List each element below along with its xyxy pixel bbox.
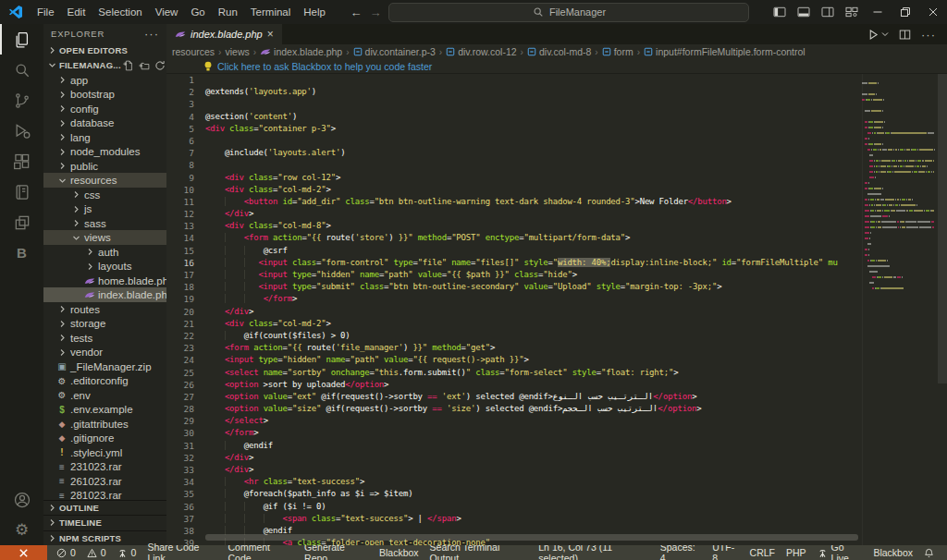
section-timeline[interactable]: TIMELINE bbox=[43, 515, 166, 530]
code-line[interactable]: 34 <hr class="text-success"> bbox=[166, 476, 862, 488]
tree-item-views[interactable]: views bbox=[43, 230, 166, 245]
code-line[interactable]: 5<div class="container p-3"> bbox=[166, 123, 862, 135]
tree-item-styleci-yml[interactable]: !.styleci.yml bbox=[43, 445, 166, 460]
status-encoding[interactable]: UTF-8 bbox=[707, 545, 744, 560]
line-number[interactable]: 5 bbox=[166, 123, 205, 135]
status-language-mode[interactable]: PHP bbox=[781, 545, 812, 560]
minimap[interactable] bbox=[862, 74, 938, 545]
status-blackbox-status[interactable]: Blackbox bbox=[867, 545, 918, 560]
status-notifications[interactable] bbox=[918, 545, 940, 560]
line-number[interactable]: 4 bbox=[166, 111, 205, 123]
line-number[interactable]: 16 bbox=[166, 257, 205, 269]
code-line[interactable]: 9 <div class="row col-12"> bbox=[166, 172, 862, 184]
tree-item-resources[interactable]: resources bbox=[43, 173, 166, 188]
line-number[interactable]: 31 bbox=[166, 440, 205, 452]
tree-item-public[interactable]: public bbox=[43, 159, 166, 174]
tree-item-database[interactable]: database bbox=[43, 116, 166, 130]
tree-item-gitignore[interactable]: ◆.gitignore bbox=[43, 431, 166, 445]
tree-item-auth[interactable]: auth bbox=[43, 245, 166, 260]
code-line[interactable]: 27 <option value="ext" @if(request()->so… bbox=[166, 391, 862, 403]
activity-notebook-icon[interactable] bbox=[0, 177, 43, 207]
new-folder-icon[interactable] bbox=[139, 60, 150, 71]
code-line[interactable]: 22 @if(count($files) > 0) bbox=[166, 330, 862, 342]
line-number[interactable]: 17 bbox=[166, 269, 205, 281]
line-number[interactable]: 35 bbox=[166, 488, 205, 500]
layout-panel-icon[interactable] bbox=[792, 0, 816, 24]
line-number[interactable]: 33 bbox=[166, 464, 205, 476]
code-line[interactable]: 23 <form action="{{ route('file_manager'… bbox=[166, 342, 862, 354]
status-cursor-position[interactable]: Ln 16, Col 73 (11 selected) bbox=[533, 545, 654, 560]
more-actions-icon[interactable]: ··· bbox=[921, 26, 936, 43]
menu-help[interactable]: Help bbox=[297, 6, 332, 18]
activity-blackbox-icon[interactable]: B bbox=[0, 237, 43, 268]
line-number[interactable]: 20 bbox=[166, 306, 205, 318]
menu-edit[interactable]: Edit bbox=[61, 6, 92, 18]
status-indentation[interactable]: Spaces: 4 bbox=[655, 545, 707, 560]
activity-explorer-icon[interactable] bbox=[0, 24, 43, 55]
nav-back-icon[interactable]: ← bbox=[350, 6, 362, 19]
line-number[interactable]: 7 bbox=[166, 147, 205, 159]
activity-settings-icon[interactable]: ⚙ bbox=[0, 515, 43, 545]
code-line[interactable]: 21 <div class="col-md-2"> bbox=[166, 318, 862, 330]
line-number[interactable]: 21 bbox=[166, 318, 205, 330]
code-line[interactable]: 14 <form action="{{ route('store') }}" m… bbox=[166, 232, 862, 244]
line-number[interactable]: 29 bbox=[166, 415, 205, 427]
line-number[interactable]: 19 bbox=[166, 293, 205, 305]
command-center-search[interactable]: FileManager bbox=[388, 3, 749, 22]
tree-item-sass[interactable]: sass bbox=[43, 216, 166, 231]
code-line[interactable]: 33 </div> bbox=[166, 464, 862, 476]
activity-run-and-debug-icon[interactable] bbox=[0, 116, 43, 146]
tree-item-filemanager-zip[interactable]: ▣_FileManager.zip bbox=[43, 359, 166, 374]
tree-item-index-blade-php[interactable]: index.blade.php bbox=[43, 287, 166, 302]
breadcrumb-item-input-formfilemultiple-form-control[interactable]: input#formFileMultiple.form-control bbox=[644, 46, 806, 57]
status-warnings[interactable]: 0 bbox=[81, 545, 112, 560]
line-number[interactable]: 26 bbox=[166, 379, 205, 391]
close-icon[interactable] bbox=[919, 0, 947, 24]
breadcrumb-item-form[interactable]: form bbox=[602, 46, 633, 57]
tree-item-routes[interactable]: routes bbox=[43, 302, 166, 317]
code-lines[interactable]: 12@extends('layouts.app')34@section('con… bbox=[166, 74, 862, 545]
line-number[interactable]: 30 bbox=[166, 427, 205, 439]
tree-item-env[interactable]: ⚙.env bbox=[43, 388, 166, 403]
tree-item-app[interactable]: app bbox=[43, 73, 166, 88]
code-line[interactable]: 12 </div> bbox=[166, 208, 862, 220]
code-line[interactable]: 32 </div> bbox=[166, 452, 862, 464]
line-number[interactable]: 9 bbox=[166, 172, 205, 184]
line-number[interactable]: 18 bbox=[166, 281, 205, 293]
tree-item-env-example[interactable]: $.env.example bbox=[43, 402, 166, 417]
tree-item-231023-rar[interactable]: ≡231023.rar bbox=[43, 459, 166, 474]
code-line[interactable]: 2@extends('layouts.app') bbox=[166, 86, 862, 98]
code-line[interactable]: 29 </select> bbox=[166, 415, 862, 427]
tab-index-blade-php[interactable]: index.blade.php × bbox=[166, 24, 282, 44]
line-number[interactable]: 13 bbox=[166, 220, 205, 232]
line-number[interactable]: 2 bbox=[166, 86, 205, 98]
section-outline[interactable]: OUTLINE bbox=[43, 500, 166, 516]
status-blackbox[interactable]: Blackbox bbox=[374, 545, 424, 560]
line-number[interactable]: 36 bbox=[166, 501, 205, 513]
breadcrumb-item-div-row-col-12[interactable]: div.row.col-12 bbox=[446, 46, 516, 57]
code-line[interactable]: 15 @csrf bbox=[166, 245, 862, 257]
line-number[interactable]: 3 bbox=[166, 98, 205, 110]
tree-item-config[interactable]: config bbox=[43, 102, 166, 116]
refresh-icon[interactable] bbox=[154, 60, 166, 71]
tree-item-js[interactable]: js bbox=[43, 201, 166, 216]
code-line[interactable]: 26 <option >sort by uploaded</option> bbox=[166, 379, 862, 391]
tree-item-css[interactable]: css bbox=[43, 188, 166, 202]
tree-item-layouts[interactable]: layouts bbox=[43, 259, 166, 274]
menu-file[interactable]: File bbox=[31, 6, 61, 18]
status-go-live[interactable]: Go Live bbox=[812, 545, 868, 560]
code-line[interactable]: 6 bbox=[166, 135, 862, 147]
minimize-icon[interactable] bbox=[864, 0, 892, 24]
line-number[interactable]: 23 bbox=[166, 342, 205, 354]
status-eol[interactable]: CRLF bbox=[744, 545, 781, 560]
line-number[interactable]: 28 bbox=[166, 403, 205, 415]
status-comment-code[interactable]: Comment Code bbox=[222, 545, 299, 560]
line-number[interactable]: 25 bbox=[166, 367, 205, 379]
activity-source-control-icon[interactable] bbox=[0, 85, 43, 116]
layout-customize-icon[interactable] bbox=[840, 0, 864, 24]
line-number[interactable]: 32 bbox=[166, 452, 205, 464]
horizontal-scrollbar[interactable] bbox=[205, 534, 858, 541]
status-ports[interactable]: 0 bbox=[112, 545, 142, 560]
open-editors-section[interactable]: OPEN EDITORS bbox=[43, 43, 166, 58]
code-line[interactable]: 7 @include('layouts.alert') bbox=[166, 147, 862, 159]
